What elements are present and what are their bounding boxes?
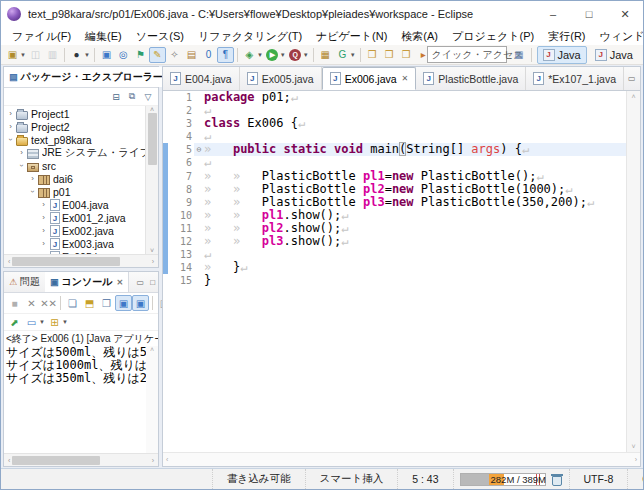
tab-console[interactable]: ▣コンソール✕ (45, 272, 129, 292)
collapse-arrow-icon[interactable]: › (6, 135, 15, 144)
tree-vertical-scrollbar[interactable]: ˄ ˅ (145, 106, 158, 254)
menu-item-7[interactable]: 実行(R) (541, 29, 592, 44)
console-horizontal-scrollbar[interactable]: ‹ › (4, 453, 158, 466)
open-perspective-icon[interactable]: ▦ (511, 47, 528, 63)
dropdown-arrow-icon[interactable]: ▼ (303, 52, 309, 58)
maximize-button[interactable]: □ (571, 1, 607, 27)
tree-item-Ex002.java[interactable]: ›JEx002.java (4, 224, 145, 237)
user-account-icon[interactable]: ● (68, 47, 85, 63)
tree-item-E004.java[interactable]: ›JE004.java (4, 198, 145, 211)
tree-item-Project2[interactable]: ›Project2 (4, 120, 145, 133)
expand-arrow-icon[interactable]: › (39, 239, 48, 248)
scroll-right-icon[interactable]: › (150, 457, 156, 464)
dropdown-arrow-icon[interactable]: ▼ (84, 52, 90, 58)
tree-item-text_p98kara[interactable]: ›text_p98kara (4, 133, 145, 146)
collapse-arrow-icon[interactable]: › (28, 187, 37, 196)
perspective-button-1[interactable]: JJava (589, 46, 639, 64)
dropdown-arrow-icon[interactable]: ▼ (20, 52, 26, 58)
scroll-up-icon[interactable]: ˄ (148, 106, 156, 113)
minimize-editor-icon[interactable]: ▭ (624, 74, 640, 83)
editor-tab-Ex107_1.java[interactable]: J*Ex107_1.java (526, 67, 624, 90)
tab-package-explorer[interactable]: ▤ パッケージ・エクスプローラー ✕ (4, 67, 180, 87)
collapse-arrow-icon[interactable]: › (17, 161, 26, 170)
dropdown-arrow-icon[interactable]: ▼ (280, 52, 286, 58)
close-button[interactable]: ✕ (607, 1, 643, 27)
menu-item-5[interactable]: 検索(A) (394, 29, 445, 44)
scroll-down-icon[interactable]: ˅ (148, 247, 156, 254)
scroll-thumb[interactable] (148, 113, 157, 165)
tree-item-p01[interactable]: ›p01 (4, 185, 145, 198)
external-display-icon[interactable]: ▣ (98, 47, 115, 63)
maximize-view-icon[interactable]: □ (147, 278, 158, 287)
tree-horizontal-scrollbar[interactable]: ‹ › (4, 254, 158, 267)
target-icon[interactable]: ◎ (115, 47, 132, 63)
scroll-up-icon[interactable]: ˄ (631, 93, 635, 100)
quick-access-input[interactable]: クイック・アクセス (427, 46, 507, 63)
scroll-right-icon[interactable]: › (150, 258, 156, 265)
new-console-icon[interactable]: ⊞ (46, 314, 63, 330)
view-menu-icon[interactable]: ▽ (140, 89, 156, 104)
scroll-right-icon[interactable]: › (635, 456, 637, 463)
scroll-down-icon[interactable]: ˅ (631, 443, 635, 450)
close-tab-icon[interactable]: ✕ (402, 74, 409, 83)
jar-doc-icon[interactable]: ❒ (398, 47, 415, 63)
menu-item-8[interactable]: ウィンドウ(W) (593, 29, 644, 44)
menu-item-6[interactable]: プロジェクト(P) (445, 29, 541, 44)
close-tab-icon[interactable]: ✕ (117, 278, 124, 287)
tree-item-dai6[interactable]: ›dai6 (4, 172, 145, 185)
scroll-left-icon[interactable]: ‹ (166, 456, 168, 463)
expand-arrow-icon[interactable]: › (39, 226, 48, 235)
new-java-project-icon[interactable]: ▦ (317, 47, 334, 63)
menu-item-4[interactable]: ナビゲート(N) (309, 29, 394, 44)
minimize-button[interactable]: – (535, 1, 571, 27)
console-output[interactable]: サイズは500ml、残りは5サイズは1000ml、残りはサイズは350ml、残り… (4, 346, 146, 453)
tree-item-Ex003.java[interactable]: ›JEx003.java (4, 237, 145, 250)
task-folder-icon[interactable]: ▤ (183, 47, 200, 63)
remove-launch-icon[interactable]: ✕ (23, 295, 40, 311)
editor-horizontal-scrollbar[interactable]: ‹ › (163, 452, 640, 466)
expand-arrow-icon[interactable]: › (17, 148, 26, 157)
expand-arrow-icon[interactable]: › (39, 213, 48, 222)
menu-item-2[interactable]: ソース(S) (129, 29, 191, 44)
terminate-icon[interactable]: ■ (6, 295, 23, 311)
launch-icon[interactable]: ▸ (415, 47, 427, 63)
maximize-editor-icon[interactable]: □ (640, 74, 644, 83)
open-console-arrow-icon[interactable]: ⬈ (6, 314, 23, 330)
zero-box-icon[interactable]: 0 (200, 47, 217, 63)
jar-icon[interactable]: ❒ (364, 47, 381, 63)
word-wrap-icon[interactable]: ❐ (98, 295, 115, 311)
editor-tab-Ex006.java[interactable]: JEx006.java✕ (322, 67, 417, 90)
highlight-brush-icon[interactable]: ✎ (149, 47, 166, 63)
tree-item-src[interactable]: ›src (4, 159, 145, 172)
tab-problems[interactable]: ⚠問題 (4, 272, 45, 292)
code-editor[interactable]: 1package p01;↵2↵3class Ex006 {↵4↵5⊖» pub… (163, 91, 626, 452)
sweep-icon[interactable]: ✧ (166, 47, 183, 63)
dropdown-arrow-icon[interactable]: ▼ (257, 52, 263, 58)
tree-item-JRE システム・ライブラリー [JavaSE-[interactable]: ›JRE システム・ライブラリー [JavaSE- (4, 146, 145, 159)
editor-tab-PlasticBottle.java[interactable]: JPlasticBottle.java (416, 67, 526, 90)
dropdown-arrow-icon[interactable]: ▼ (39, 319, 45, 325)
dropdown-arrow-icon[interactable]: ▼ (350, 52, 356, 58)
fold-marker-icon[interactable]: ⊖ (194, 143, 204, 156)
minimize-view-icon[interactable]: ▭ (134, 278, 148, 287)
menu-item-1[interactable]: 編集(E) (78, 29, 129, 44)
expand-arrow-icon[interactable]: › (28, 174, 37, 183)
expand-arrow-icon[interactable]: › (6, 109, 15, 118)
perspective-button-0[interactable]: JJava (537, 46, 587, 64)
show-stderr-icon[interactable]: ▣ (132, 295, 149, 311)
jar-src-icon[interactable]: ❒ (381, 47, 398, 63)
expand-arrow-icon[interactable]: › (39, 200, 48, 209)
collapse-all-icon[interactable]: ⊟ (108, 89, 124, 104)
flag-icon[interactable]: ⚑ (132, 47, 149, 63)
menu-item-0[interactable]: ファイル(F) (5, 29, 78, 44)
dropdown-arrow-icon[interactable]: ▼ (62, 319, 68, 325)
run-gc-trash-icon[interactable] (551, 473, 563, 486)
editor-vertical-scrollbar[interactable]: ˄ ˅ (626, 91, 640, 452)
show-whitespace-icon[interactable]: ¶ (217, 47, 234, 63)
run-icon[interactable]: ▶ (264, 47, 281, 63)
scroll-thumb[interactable] (12, 257, 120, 266)
tree-item-Ex001_2.java[interactable]: ›JEx001_2.java (4, 211, 145, 224)
scroll-lock-icon[interactable]: ⬒ (81, 295, 98, 311)
console-vertical-scrollbar[interactable]: ˄ (146, 346, 158, 453)
coverage-icon[interactable]: Q (287, 47, 304, 63)
